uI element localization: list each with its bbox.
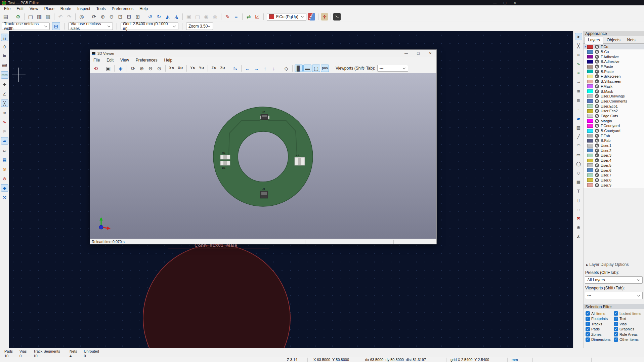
edit-zones-button[interactable]: ✎ <box>223 13 231 21</box>
grid-origin-tool[interactable]: ⊕ <box>575 224 582 231</box>
rotate-z-cw-button[interactable]: Z↻ <box>210 65 218 72</box>
layer-row-f-cu[interactable]: ▶F.Cu <box>584 44 644 49</box>
via-size-select[interactable]: Via: use netclass sizes <box>68 23 113 30</box>
filter-all-items[interactable]: ✓All items <box>586 311 614 316</box>
menu-route[interactable]: Route <box>57 5 74 12</box>
filter-dimensions[interactable]: ✓Dimensions <box>586 337 614 342</box>
visibility-eye-icon[interactable] <box>595 55 599 59</box>
window-maximize-button[interactable]: ▢ <box>412 51 424 55</box>
zoom-out-button[interactable]: ⊖ <box>108 13 116 21</box>
45-degree-mode-toggle[interactable]: ∠ <box>1 90 8 97</box>
visibility-eye-icon[interactable] <box>595 138 599 143</box>
zoom-out-button[interactable]: ⊖ <box>146 65 155 72</box>
layer-color-swatch[interactable] <box>587 94 593 98</box>
visibility-eye-icon[interactable] <box>595 94 599 98</box>
move-left-button[interactable]: ← <box>244 65 252 72</box>
delete-tool[interactable]: ✖ <box>575 214 582 222</box>
layer-row-f-fab[interactable]: F.Fab <box>584 133 644 138</box>
save-button[interactable]: ▤ <box>2 13 10 21</box>
move-down-button[interactable]: ↓ <box>270 65 278 72</box>
rotate-y-ccw-button[interactable]: Y↺ <box>198 65 206 72</box>
units-mm[interactable]: mm <box>1 71 8 79</box>
visibility-eye-icon[interactable] <box>595 129 599 133</box>
layer-color-swatch[interactable] <box>587 45 593 49</box>
menu-place[interactable]: Place <box>41 5 57 12</box>
layer-color-swatch[interactable] <box>587 183 593 187</box>
visibility-eye-icon[interactable] <box>595 163 599 167</box>
add-text-tool[interactable]: T <box>575 187 582 195</box>
visibility-eye-icon[interactable] <box>595 104 599 108</box>
visibility-eye-icon[interactable] <box>595 173 599 177</box>
menu-view[interactable]: View <box>27 5 41 12</box>
visibility-eye-icon[interactable] <box>595 149 599 153</box>
layer-color-swatch[interactable] <box>587 55 593 58</box>
tab-layers[interactable]: Layers <box>585 37 603 44</box>
tune-skew-tool[interactable]: ≌ <box>575 96 582 104</box>
layer-row-b-cu[interactable]: B.Cu <box>584 49 644 54</box>
layer-color-swatch[interactable] <box>587 124 593 128</box>
rotate-cw-button[interactable]: ↻ <box>155 13 163 21</box>
via-fill-toggle[interactable]: ⊘ <box>1 175 8 182</box>
layer-color-swatch[interactable] <box>587 99 593 103</box>
layer-row-edge-cuts[interactable]: Edge.Cuts <box>584 114 644 119</box>
layer-color-swatch[interactable] <box>587 149 593 152</box>
net-inspector-button[interactable]: ≡ <box>232 13 240 21</box>
select-tool[interactable]: ➤ <box>575 33 582 40</box>
layer-row-user-9[interactable]: User.9 <box>584 183 644 188</box>
checkbox-checked-icon[interactable]: ✓ <box>614 327 618 331</box>
visibility-eye-icon[interactable] <box>595 70 599 74</box>
checkbox-checked-icon[interactable]: ✓ <box>614 337 618 342</box>
highlight-net-tool[interactable]: ╳ <box>575 42 582 49</box>
units-mils[interactable]: mil <box>1 62 8 69</box>
visibility-eye-icon[interactable] <box>595 84 599 88</box>
layer-color-swatch[interactable] <box>587 129 593 133</box>
rotate-x-ccw-button[interactable]: X↺ <box>176 65 184 72</box>
zoom-in-button[interactable]: ⊕ <box>138 65 146 72</box>
grid-toggle[interactable]: ⣿ <box>1 34 8 41</box>
checkbox-checked-icon[interactable]: ✓ <box>614 317 618 321</box>
scripting-console-icon[interactable]: >_ <box>333 13 341 21</box>
layer-color-swatch[interactable] <box>587 178 593 182</box>
menu-file[interactable]: File <box>1 5 13 12</box>
visibility-eye-icon[interactable] <box>595 114 599 118</box>
layer-row-b-fab[interactable]: B.Fab <box>584 138 644 143</box>
zone-outline-toggle[interactable]: ▱ <box>1 147 8 154</box>
board-setup-button[interactable]: ⚙ <box>14 13 22 21</box>
layer-pair-icon[interactable] <box>308 13 315 21</box>
checkbox-checked-icon[interactable]: ✓ <box>586 327 590 331</box>
visibility-eye-icon[interactable] <box>595 158 599 162</box>
visibility-eye-icon[interactable] <box>595 45 599 49</box>
visibility-eye-icon[interactable] <box>595 109 599 113</box>
move-right-button[interactable]: → <box>252 65 260 72</box>
layer-color-swatch[interactable] <box>587 168 593 172</box>
tune-length-tool[interactable]: ∾ <box>575 78 582 86</box>
scripting-tools-toggle[interactable]: ⚒ <box>1 194 8 201</box>
panel-viewports-select[interactable]: --- <box>585 292 643 299</box>
visibility-eye-icon[interactable] <box>595 65 599 69</box>
grid-select[interactable]: Grid: 2.5400 mm (0.1000 in) <box>121 23 178 30</box>
zoom-in-button[interactable]: ⊕ <box>99 13 107 21</box>
viewports-select[interactable]: --- <box>377 65 408 72</box>
ratsnest-visibility-toggle[interactable]: ╳ <box>1 99 8 107</box>
filter-zones[interactable]: ✓Zones <box>586 332 614 336</box>
layer-row-user-eco2[interactable]: User.Eco2 <box>584 109 644 114</box>
set-pivot-button[interactable]: ◈ <box>117 65 125 72</box>
3d-viewport[interactable]: J2 R1 D1 R2 J1 <box>90 73 436 239</box>
zoom-select[interactable]: Zoom 3.50 <box>186 23 213 30</box>
draw-line-tool[interactable]: ╱ <box>575 133 582 140</box>
layer-row-user-2[interactable]: User.2 <box>584 148 644 153</box>
checkbox-checked-icon[interactable]: ✓ <box>586 337 590 342</box>
find-button[interactable]: ◎ <box>78 13 86 21</box>
polar-coordinates-toggle[interactable]: θ <box>1 43 8 50</box>
menu-inspect[interactable]: Inspect <box>74 5 93 12</box>
layer-row-user-7[interactable]: User.7 <box>584 173 644 178</box>
layer-display-options-expander[interactable]: ▶Layer Display Options <box>586 262 629 267</box>
layer-row-user-eco1[interactable]: User.Eco1 <box>584 104 644 109</box>
layer-row-user-6[interactable]: User.6 <box>584 168 644 173</box>
visibility-eye-icon[interactable] <box>595 59 599 64</box>
pad-fill-toggle[interactable]: ⊘ <box>1 165 8 173</box>
tune-diff-pair-tool[interactable]: ≋ <box>575 87 582 95</box>
layer-row-user-1[interactable]: User.1 <box>584 143 644 148</box>
draw-polygon-tool[interactable]: ◇ <box>575 169 582 176</box>
show-th-models-button[interactable]: ▊ <box>295 65 303 72</box>
